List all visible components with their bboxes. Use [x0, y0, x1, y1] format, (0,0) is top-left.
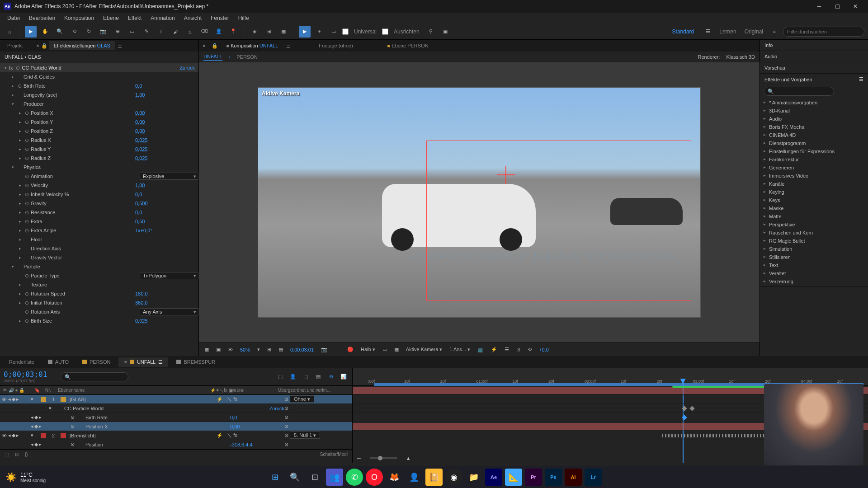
layer-name[interactable]: [Bremslicht]	[68, 433, 217, 438]
tab-unfall[interactable]: ×UNFALL☰	[118, 357, 168, 367]
expression-pickwhip[interactable]: ⊘	[284, 414, 352, 420]
stopwatch-icon[interactable]: ⊙	[24, 200, 30, 206]
switches-modes-label[interactable]: Schalter/Modi	[320, 452, 348, 457]
snap-icon[interactable]: ⚲	[425, 26, 437, 38]
stopwatch-icon[interactable]: ⊙	[24, 318, 30, 324]
tab-person[interactable]: PERSON	[77, 357, 116, 366]
property-row[interactable]: ▸Longevity (sec)1,00	[0, 90, 198, 99]
brush-tool-icon[interactable]: 🖌	[170, 26, 181, 38]
timeline-timecode[interactable]: 0;00;03;01	[4, 370, 47, 379]
property-name[interactable]: CC Particle World	[64, 406, 269, 411]
rect-tool-icon[interactable]: ▭	[126, 26, 138, 38]
effect-header-row[interactable]: ▾ fx ⊙ CC Particle World Zurück	[0, 63, 198, 72]
fast-preview-icon[interactable]: ⚡	[489, 347, 499, 352]
kf-add-icon[interactable]: ◆	[12, 432, 15, 438]
stopwatch-icon[interactable]: ⊙	[24, 272, 30, 279]
workspace-overflow-icon[interactable]: »	[769, 26, 780, 38]
effect-category[interactable]: Einstellungen für Expressions	[760, 147, 868, 155]
grid-icon[interactable]: ⊞	[265, 347, 273, 352]
property-row[interactable]: ▸⊙Radius X0,025	[0, 136, 198, 145]
app-icon[interactable]: 📔	[425, 469, 443, 486]
illustrator-icon[interactable]: Ai	[565, 469, 582, 486]
stopwatch-icon[interactable]: ⊙	[71, 441, 75, 447]
tab-effekteinstellungen[interactable]: Effekteinstellungen GLAS	[49, 41, 115, 50]
menu-ebene[interactable]: Ebene	[99, 13, 123, 23]
layer-switches[interactable]: ⚡ ＼ fx	[217, 396, 284, 403]
transparency-icon[interactable]: ▦	[392, 347, 401, 352]
photoshop-icon[interactable]: Ps	[545, 469, 562, 486]
stopwatch-icon[interactable]: ⊙	[24, 119, 30, 125]
panel-info[interactable]: Info	[760, 40, 868, 51]
layer-switches[interactable]: ⚡ ＼ fx	[217, 432, 284, 439]
close-tab-icon[interactable]: ×	[36, 43, 39, 48]
workspace-original[interactable]: Original	[742, 28, 766, 35]
vp-timecode[interactable]: 0;00;03;01	[288, 347, 316, 352]
effect-category[interactable]: RG Magic Bullet	[760, 237, 868, 245]
views-dropdown[interactable]: 1 Ans... ▾	[448, 347, 472, 352]
property-name[interactable]: Birth Rate	[76, 415, 230, 420]
breadcrumb-person[interactable]: PERSON	[236, 54, 257, 60]
lock-icon[interactable]: 🔒	[41, 43, 47, 49]
property-row[interactable]: ▸⊙Initial Rotation360,0	[0, 298, 198, 307]
property-value[interactable]: 0,025	[135, 137, 198, 143]
zoom-in-icon[interactable]: ▲	[406, 455, 411, 461]
property-row[interactable]: ▾Producer	[0, 99, 198, 108]
snapshot-icon[interactable]: 📷	[319, 347, 329, 352]
property-value[interactable]: 0,00	[230, 424, 284, 429]
property-value[interactable]: 360,0	[135, 300, 198, 305]
stopwatch-icon[interactable]: ⊙	[24, 300, 30, 306]
kf-diamond-icon[interactable]: ◆	[34, 423, 38, 429]
roi-icon[interactable]: ▭	[381, 347, 389, 352]
property-value[interactable]: 1,00	[135, 92, 198, 98]
effect-category[interactable]: Rauschen und Korn	[760, 229, 868, 237]
video-frame[interactable]: Aktive Kamera	[258, 87, 701, 318]
layer-color-label[interactable]	[61, 433, 66, 438]
stopwatch-icon[interactable]: ⊙	[24, 218, 30, 225]
breadcrumb-unfall[interactable]: UNFALL	[203, 54, 222, 61]
timeline-search-input[interactable]	[61, 372, 128, 381]
motion-blur-icon[interactable]: ⊚	[326, 372, 336, 382]
kf-add-icon[interactable]: ◆	[12, 396, 15, 402]
timeline-layer-row[interactable]: 👁 ◂◆▸ ▾ 2 [Bremslicht] ⚡ ＼ fx ⊘ 5. Null …	[0, 431, 352, 440]
property-select[interactable]: Any Axis	[140, 308, 198, 315]
pen-tool-icon[interactable]: ✎	[141, 26, 152, 38]
stopwatch-icon[interactable]: ⊙	[71, 423, 75, 429]
layer-parent[interactable]: ⊘ 5. Null 1 ▾	[284, 432, 352, 438]
kf-nav-icon[interactable]: ▸	[39, 414, 42, 420]
stopwatch-icon[interactable]: ⊙	[24, 191, 30, 197]
property-select[interactable]: TriPolygon	[140, 272, 198, 279]
zoom-dropdown-icon[interactable]: ▾	[255, 347, 262, 352]
zoom-tool-icon[interactable]: 🔍	[54, 26, 66, 38]
whatsapp-icon[interactable]: ✆	[346, 469, 363, 486]
effect-category[interactable]: Generieren	[760, 164, 868, 172]
tab-auto[interactable]: AUTO	[42, 357, 74, 366]
lock-comp-icon[interactable]: 🔒	[212, 43, 218, 49]
kf-nav-icon[interactable]: ▸	[39, 423, 42, 429]
kf-nav-icon[interactable]: ◂	[8, 396, 11, 402]
effect-category[interactable]: Maske	[760, 204, 868, 212]
world-axis-icon[interactable]: ⊞	[263, 26, 275, 38]
effect-category[interactable]: CINEMA 4D	[760, 131, 868, 139]
zoom-slider[interactable]	[370, 457, 397, 459]
exposure-value[interactable]: +0,0	[537, 347, 551, 352]
kf-diamond-icon[interactable]: ◆	[34, 441, 38, 447]
menu-komposition[interactable]: Komposition	[60, 13, 99, 23]
obs-icon[interactable]: ◉	[445, 469, 462, 486]
menu-bearbeiten[interactable]: Bearbeiten	[24, 13, 60, 23]
stopwatch-icon[interactable]: ⊙	[24, 128, 30, 134]
firefox-icon[interactable]: 🦊	[386, 469, 403, 486]
kf-nav-icon[interactable]: ◂	[8, 432, 11, 438]
aftereffects-icon[interactable]: Ae	[485, 469, 502, 486]
kf-nav-icon[interactable]: ▸	[16, 432, 19, 438]
timeline-property-row[interactable]: ◂◆▸⊙Birth Rate0,0⊘	[0, 413, 352, 422]
property-row[interactable]: ▸⊙Birth Size0,025	[0, 316, 198, 325]
toggle-brackets-icon[interactable]: {}	[25, 452, 28, 457]
puppet-tool-icon[interactable]: 📍	[227, 26, 239, 38]
view-axis-icon[interactable]: ▦	[278, 26, 289, 38]
property-row[interactable]: ▸⊙Position X0,00	[0, 108, 198, 117]
graph-editor-icon[interactable]: 📊	[339, 372, 349, 382]
close-comp-tab-icon[interactable]: ×	[203, 43, 205, 48]
orbit-tool-icon[interactable]: ⟲	[68, 26, 80, 38]
property-value[interactable]: 1,00	[135, 183, 198, 188]
property-value[interactable]: 0,00	[135, 119, 198, 125]
